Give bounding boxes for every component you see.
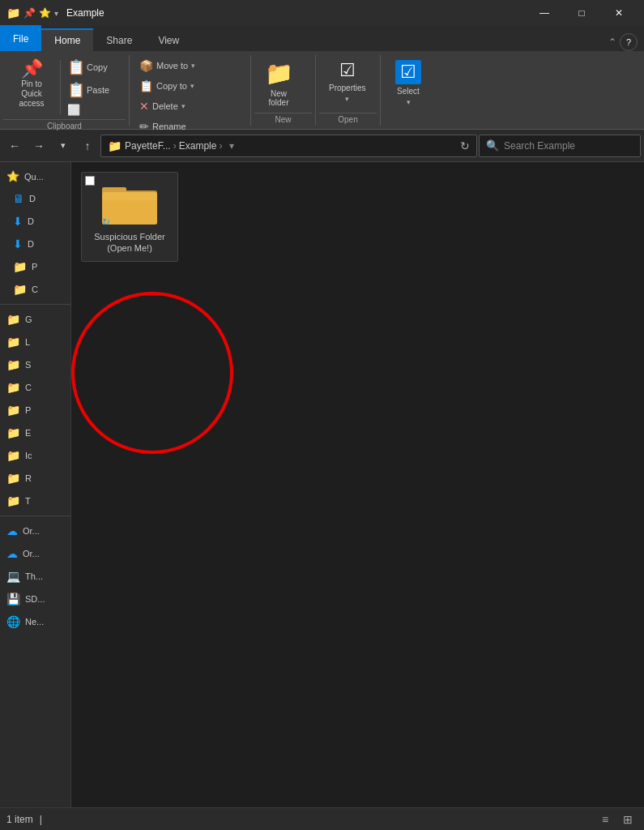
sidebar-item-g[interactable]: 📁 G [0,308,70,331]
status-bar: 1 item | ≡ ⊞ [0,807,644,830]
delete-label: Delete [152,101,178,111]
folder-icon-graphic: ↻ [100,179,159,228]
thispc-icon: 💻 [6,570,20,583]
details-view-button[interactable]: ≡ [595,810,615,829]
sidebar-item-onedrive1[interactable]: ☁ Or... [0,520,70,542]
l-icon: 📁 [6,336,20,349]
move-to-button[interactable]: 📦 Move to ▾ [136,57,244,75]
breadcrumb: PayetteF... › Example › [125,140,223,152]
recent-locations-button[interactable]: ▾ [52,135,75,157]
copy-to-label: Copy to [156,81,187,91]
e-icon: 📁 [6,426,20,439]
app-icon: 📁 [6,6,20,19]
dropdown-icon[interactable]: ▾ [54,9,58,18]
minimize-button[interactable]: — [526,0,563,26]
pin-quick-access-button[interactable]: 📌 Pin to Quick access [6,57,57,112]
folder-item-suspicious[interactable]: ↻ Suspicious Folder (Open Me!) [81,172,178,262]
search-box[interactable]: 🔍 Search Example [479,135,641,157]
address-expand-button[interactable]: ▾ [229,140,234,152]
refresh-address-button[interactable]: ↻ [460,139,470,152]
s-icon: 📁 [6,358,20,371]
delete-button[interactable]: ✕ Delete ▾ [136,97,244,115]
sidebar-divider-2 [0,516,70,516]
ribbon-content: 📌 Pin to Quick access 📋 Copy 📋 Paste ⬜ C… [0,52,644,130]
copy-to-dropdown: ▾ [190,82,194,90]
breadcrumb-parent[interactable]: PayetteF... [125,140,171,152]
tab-share[interactable]: Share [93,28,145,51]
sidebar-item-p[interactable]: 📁 P [0,399,70,421]
rename-label: Rename [152,122,186,131]
folder-icon-addr: 📁 [108,139,122,152]
copy-icon: 📋 [67,58,85,76]
help-button[interactable]: ? [620,33,638,51]
new-folder-button[interactable]: 📁 New folder [258,57,300,110]
paste-button[interactable]: 📋 Paste [64,79,113,101]
sidebar-item-t[interactable]: 📁 T [0,490,70,512]
sidebar-item-desktop[interactable]: 🖥 D [0,187,70,210]
onedrive1-icon: ☁ [6,524,18,537]
sidebar-item-network[interactable]: 🌐 Ne... [0,610,70,633]
copy-to-button[interactable]: 📋 Copy to ▾ [136,77,244,95]
clipboard-label: Clipboard [3,119,126,132]
sidebar-item-ic[interactable]: 📁 Ic [0,444,70,467]
breadcrumb-current[interactable]: Example [179,140,217,152]
documents-icon: ⬇ [13,237,23,250]
ribbon-tab-right: ⌃ ? [608,33,644,51]
sidebar-item-e[interactable]: 📁 E [0,421,70,444]
sidebar-item-sd[interactable]: 💾 SD... [0,588,70,610]
properties-label: Properties [329,83,366,92]
star-icon: ⭐ [39,7,51,19]
maximize-button[interactable]: □ [563,0,600,26]
ribbon-group-new: 📁 New folder New [251,55,316,126]
up-button[interactable]: ↑ [76,135,99,157]
search-icon: 🔍 [486,139,499,152]
new-items: 📁 New folder [254,55,312,113]
downloads-icon: ⬇ [13,215,23,228]
paste-shortcut-button[interactable]: ⬜ [64,102,113,118]
sidebar-item-quick-access[interactable]: ⭐ Qu... [0,165,70,187]
copy-to-icon: 📋 [139,79,153,92]
status-separator: | [40,814,42,825]
sidebar-item-pictures[interactable]: 📁 P [0,255,70,278]
ic-icon: 📁 [6,449,20,462]
back-button[interactable]: ← [3,135,26,157]
onedrive2-icon: ☁ [6,547,18,560]
window-controls: — □ ✕ [526,0,638,26]
navigation-bar: ← → ▾ ↑ 📁 PayetteF... › Example › ▾ ↻ 🔍 … [0,130,644,162]
copy-button[interactable]: 📋 Copy [64,57,113,78]
sidebar-item-documents[interactable]: ⬇ D [0,233,70,255]
select-items: ☑ Select ▾ [384,55,434,113]
ribbon-collapse-icon[interactable]: ⌃ [608,36,616,48]
sidebar-item-s[interactable]: 📁 S [0,353,70,376]
address-bar[interactable]: 📁 PayetteF... › Example › ▾ ↻ [100,135,477,157]
properties-button[interactable]: ☑ Properties ▾ [322,57,373,106]
close-button[interactable]: ✕ [600,0,638,26]
ribbon-tabs: File Home Share View ⌃ ? [0,26,644,52]
desktop-icon: 🖥 [13,192,24,205]
sidebar-item-downloads[interactable]: ⬇ D [0,210,70,233]
sidebar-item-onedrive2[interactable]: ☁ Or... [0,542,70,565]
sidebar-item-thispc[interactable]: 💻 Th... [0,565,70,588]
forward-button[interactable]: → [28,135,50,157]
folder-checkbox[interactable] [85,176,95,186]
large-icons-view-button[interactable]: ⊞ [618,810,638,829]
tab-view[interactable]: View [145,28,192,51]
title-bar-icons: 📁 📌 ⭐ ▾ [6,6,58,19]
sidebar-item-c[interactable]: 📁 C [0,278,70,301]
tab-home[interactable]: Home [41,28,93,51]
sd-icon: 💾 [6,593,20,605]
title-bar: 📁 📌 ⭐ ▾ Example — □ ✕ [0,0,644,26]
sidebar-item-r[interactable]: 📁 R [0,467,70,490]
tab-file[interactable]: File [0,25,41,51]
sidebar-item-c2[interactable]: 📁 C [0,376,70,399]
select-label: Select [397,87,420,96]
select-button[interactable]: ☑ Select ▾ [387,57,429,109]
p-icon: 📁 [6,404,20,417]
new-label: New [254,113,312,126]
pictures-icon: 📁 [13,260,27,273]
pin-icon: 📌 [21,60,43,78]
open-label: Open [319,113,377,126]
open-items: ☑ Properties ▾ [319,55,377,113]
sidebar-item-l[interactable]: 📁 L [0,331,70,353]
rename-button[interactable]: ✏ Rename [136,118,244,135]
